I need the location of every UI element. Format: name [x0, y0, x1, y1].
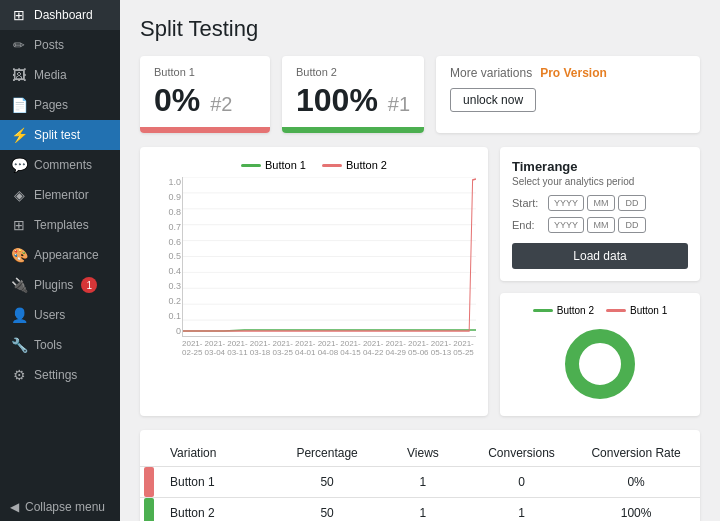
end-yyyy-input[interactable]	[548, 217, 584, 233]
button1-color-block	[144, 467, 154, 497]
percentage-header: Percentage	[279, 440, 375, 467]
settings-icon: ⚙	[10, 367, 28, 383]
pro-card: More variations Pro Version unlock now	[436, 56, 700, 133]
donut-legend-button2: Button 2	[533, 305, 594, 316]
sidebar-item-label: Users	[34, 308, 65, 322]
middle-section: Button 1 Button 2 1.00.90.80.70.6 0.50.4…	[140, 147, 700, 416]
views-header: Views	[375, 440, 471, 467]
sidebar-item-label: Media	[34, 68, 67, 82]
legend-dot-button1	[241, 164, 261, 167]
sidebar-item-plugins[interactable]: 🔌 Plugins 1	[0, 270, 120, 300]
sidebar-item-settings[interactable]: ⚙ Settings	[0, 360, 120, 390]
sidebar-item-label: Elementor	[34, 188, 89, 202]
timerange-subtitle: Select your analytics period	[512, 176, 688, 187]
button2-metrics: 100% #1	[296, 82, 410, 119]
end-date-row: End:	[512, 217, 688, 233]
top-cards: Button 1 0% #2 Button 2 100% #1 More var…	[140, 56, 700, 133]
variation-header: Variation	[160, 440, 279, 467]
button2-pct-cell: 50	[279, 498, 375, 522]
sidebar-item-tools[interactable]: 🔧 Tools	[0, 330, 120, 360]
split-test-icon: ⚡	[10, 127, 28, 143]
start-yyyy-input[interactable]	[548, 195, 584, 211]
load-data-button[interactable]: Load data	[512, 243, 688, 269]
button2-views-cell: 1	[375, 498, 471, 522]
button2-color-cell	[140, 498, 160, 522]
donut-card: Button 2 Button 1	[500, 293, 700, 416]
button2-percentage: 100%	[296, 82, 378, 119]
button1-bar	[140, 127, 270, 133]
start-mm-input[interactable]	[587, 195, 615, 211]
collapse-menu[interactable]: ◀ Collapse menu	[0, 493, 120, 521]
sidebar-item-label: Posts	[34, 38, 64, 52]
button1-color-cell	[140, 467, 160, 498]
pages-icon: 📄	[10, 97, 28, 113]
button2-card-title: Button 2	[296, 66, 410, 78]
button2-rate-cell: 100%	[572, 498, 700, 522]
sidebar-item-posts[interactable]: ✏ Posts	[0, 30, 120, 60]
donut-legend: Button 2 Button 1	[533, 305, 668, 316]
start-date-row: Start:	[512, 195, 688, 211]
users-icon: 👤	[10, 307, 28, 323]
sidebar-item-split-test[interactable]: ⚡ Split test	[0, 120, 120, 150]
sidebar-item-label: Appearance	[34, 248, 99, 262]
donut-dot-button1	[606, 309, 626, 312]
sidebar-item-templates[interactable]: ⊞ Templates	[0, 210, 120, 240]
button1-card-title: Button 1	[154, 66, 256, 78]
table-header-row: Variation Percentage Views Conversions C…	[140, 440, 700, 467]
donut-button1-label: Button 1	[630, 305, 667, 316]
sidebar-item-pages[interactable]: 📄 Pages	[0, 90, 120, 120]
button1-pct-cell: 50	[279, 467, 375, 498]
chart-wrapper: 1.00.90.80.70.6 0.50.40.30.20.10	[182, 177, 476, 357]
start-dd-input[interactable]	[618, 195, 646, 211]
collapse-icon: ◀	[10, 500, 19, 514]
donut-legend-button1: Button 1	[606, 305, 667, 316]
sidebar-item-appearance[interactable]: 🎨 Appearance	[0, 240, 120, 270]
button2-card: Button 2 100% #1	[282, 56, 424, 133]
sidebar-item-label: Templates	[34, 218, 89, 232]
button1-name-cell: Button 1	[160, 467, 279, 498]
donut-button2-label: Button 2	[557, 305, 594, 316]
donut-dot-button2	[533, 309, 553, 312]
pro-header: More variations Pro Version	[450, 66, 607, 80]
sidebar-item-media[interactable]: 🖼 Media	[0, 60, 120, 90]
button2-conversions-cell: 1	[471, 498, 572, 522]
table-row: Button 1 50 1 0 0%	[140, 467, 700, 498]
sidebar-item-label: Pages	[34, 98, 68, 112]
dashboard-icon: ⊞	[10, 7, 28, 23]
main-content: Split Testing Button 1 0% #2 Button 2 10…	[120, 0, 720, 521]
conversion-rate-header: Conversion Rate	[572, 440, 700, 467]
page-title: Split Testing	[140, 16, 700, 42]
button2-name-cell: Button 2	[160, 498, 279, 522]
media-icon: 🖼	[10, 67, 28, 83]
table-card: Variation Percentage Views Conversions C…	[140, 430, 700, 521]
legend-button2: Button 2	[322, 159, 387, 171]
button2-rank: #1	[388, 93, 410, 116]
unlock-now-button[interactable]: unlock now	[450, 88, 536, 112]
button1-conversions-cell: 0	[471, 467, 572, 498]
legend-button1: Button 1	[241, 159, 306, 171]
sidebar-item-dashboard[interactable]: ⊞ Dashboard	[0, 0, 120, 30]
sidebar-item-elementor[interactable]: ◈ Elementor	[0, 180, 120, 210]
sidebar-item-label: Plugins	[34, 278, 73, 292]
comments-icon: 💬	[10, 157, 28, 173]
start-date-inputs	[548, 195, 646, 211]
button1-percentage: 0%	[154, 82, 200, 119]
sidebar: ⊞ Dashboard ✏ Posts 🖼 Media 📄 Pages ⚡ Sp…	[0, 0, 120, 521]
sidebar-item-comments[interactable]: 💬 Comments	[0, 150, 120, 180]
button1-metrics: 0% #2	[154, 82, 256, 119]
conversions-header: Conversions	[471, 440, 572, 467]
pro-version-label: Pro Version	[540, 66, 607, 80]
chart-card: Button 1 Button 2 1.00.90.80.70.6 0.50.4…	[140, 147, 488, 416]
sidebar-item-users[interactable]: 👤 Users	[0, 300, 120, 330]
end-dd-input[interactable]	[618, 217, 646, 233]
button2-color-block	[144, 498, 154, 521]
chart-svg	[183, 177, 476, 336]
more-variations-label: More variations	[450, 66, 532, 80]
posts-icon: ✏	[10, 37, 28, 53]
right-panel: Timerange Select your analytics period S…	[500, 147, 700, 416]
end-mm-input[interactable]	[587, 217, 615, 233]
x-labels: 2021-02-25 2021-03-04 2021-03-11 2021-03…	[182, 339, 476, 357]
sidebar-item-label: Comments	[34, 158, 92, 172]
end-date-inputs	[548, 217, 646, 233]
sidebar-item-label: Settings	[34, 368, 77, 382]
